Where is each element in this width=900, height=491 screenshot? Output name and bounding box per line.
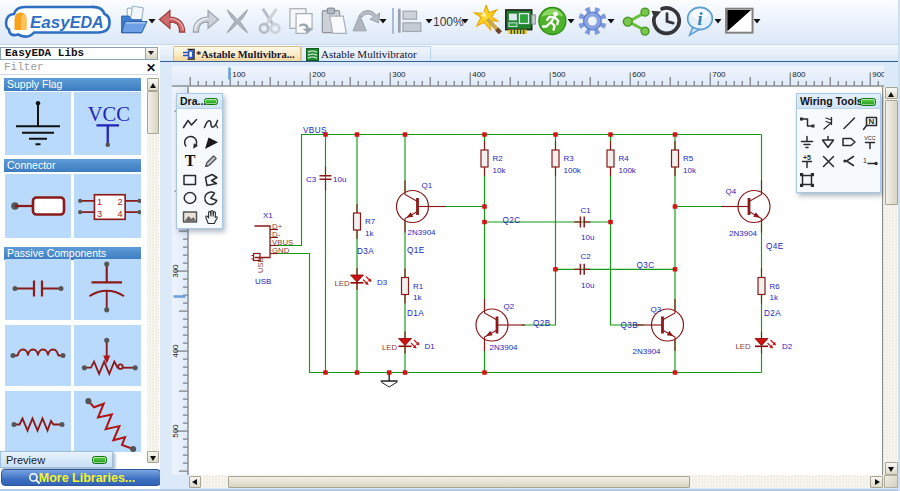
canvas-vscrollbar[interactable] [884,87,898,476]
delete-button[interactable] [221,5,253,37]
theme-dropdown-caret[interactable] [753,18,761,24]
scroll-left-button[interactable] [189,476,202,488]
resistor-R1[interactable]: R11k [401,268,423,303]
library-item-plug[interactable] [5,174,71,238]
canvas-hscrollbar[interactable] [189,475,884,488]
library-item-header4[interactable]: 13 24 [74,174,142,238]
tool-bus[interactable] [819,114,837,132]
info-button[interactable]: i [684,5,716,37]
undo-button[interactable] [157,5,189,37]
tool-polyline[interactable] [181,115,199,133]
transistor-Q3[interactable]: Q32N3904 [632,299,683,356]
net-label-D3A[interactable]: D3A [357,246,374,255]
rotate-button[interactable] [349,5,381,37]
scroll-thumb[interactable] [147,91,159,134]
library-item-vcc[interactable]: VCC [74,92,142,155]
tool-line[interactable] [840,114,858,132]
tool-net-label[interactable]: N [861,114,879,132]
cut-button[interactable] [253,5,285,37]
collapse-icon[interactable] [204,98,218,105]
library-item-inductor[interactable] [5,325,71,386]
collapse-icon[interactable] [860,98,876,106]
tool-bus-entry[interactable] [840,152,858,170]
capacitor-C2[interactable]: C210u [574,252,594,290]
vscroll-thumb[interactable] [885,100,898,206]
tool-rect[interactable] [181,171,199,189]
more-libraries-button[interactable]: More Libraries... [1,469,161,487]
zoom-dropdown-caret[interactable] [461,18,469,24]
tool-wire[interactable] [798,114,816,132]
tool-bezier[interactable] [202,115,220,133]
resistor-R2[interactable]: R210k [481,141,506,176]
scroll-up-button[interactable] [147,78,159,91]
library-item-potentiometer[interactable] [74,325,142,386]
tool-pencil[interactable] [202,152,220,170]
tab-schematic[interactable]: *Astable Multivibra... [173,46,301,62]
tab-pcb[interactable]: Astable Multivibrator [301,46,431,62]
pcb-button[interactable] [504,5,536,37]
history-button[interactable] [651,5,683,37]
redo-button[interactable] [189,5,221,37]
led-D2[interactable]: LEDD2 [735,331,792,353]
tool-ground[interactable] [798,133,816,151]
scroll-down-button[interactable] [147,451,159,464]
tool-group-symbol[interactable] [798,171,816,189]
scroll-right-button[interactable] [870,476,883,488]
share-button[interactable] [621,5,653,37]
tool-plus5-flag[interactable]: +5 [798,152,816,170]
transistor-Q1[interactable]: Q12N3904 [396,180,445,237]
library-filter-input[interactable]: Filter ✕ [0,62,158,75]
led-D3[interactable]: LEDD3 [334,268,387,290]
align-dropdown-caret[interactable] [425,18,433,24]
clear-filter-icon[interactable]: ✕ [146,61,156,75]
settings-gear-button[interactable] [577,5,609,37]
scroll-up-button[interactable] [885,87,898,100]
tool-arrow[interactable] [202,134,220,152]
info-dropdown-caret[interactable] [714,18,722,24]
hscroll-thumb[interactable] [228,476,690,488]
library-item-cap_h[interactable] [5,259,71,320]
run-simulation-dropdown-caret[interactable] [567,18,575,24]
resistor-R6[interactable]: R61k [758,268,780,303]
resistor-R3[interactable]: R3100k [552,141,582,176]
align-button[interactable] [395,5,427,37]
library-scrollbar[interactable] [147,78,159,463]
capacitor-C1[interactable]: C110u [574,206,594,242]
settings-gear-dropdown-caret[interactable] [607,18,615,24]
tool-no-connect[interactable] [819,152,837,170]
net-label-Q2B[interactable]: Q2B [533,319,551,328]
tool-text[interactable]: T [181,152,199,170]
tool-arc[interactable] [181,134,199,152]
library-item-resistor_h[interactable] [5,391,71,452]
tool-pin[interactable]: 1 [861,152,879,170]
zoom-level[interactable]: 100% [433,15,464,29]
tool-image[interactable] [181,208,199,226]
wiring-tools-title[interactable]: Wiring Tools [797,94,880,109]
net-label-D1A[interactable]: D1A [407,308,424,317]
tool-pie[interactable] [202,189,220,207]
open-file-dropdown-caret[interactable] [148,18,156,24]
led-D1[interactable]: LEDD1 [382,331,435,353]
tool-ellipse[interactable] [181,189,199,207]
rotate-dropdown-caret[interactable] [379,18,387,24]
net-label-Q1E[interactable]: Q1E [407,246,425,255]
connector-X1[interactable]: D+D-VBUSGNDUSBX1USB [251,210,293,285]
theme-button[interactable] [723,5,755,37]
preview-bar[interactable]: Preview [0,451,113,468]
transistor-Q4[interactable]: Q42N3904 [721,180,770,237]
run-simulation-button[interactable] [537,5,569,37]
tool-polygon[interactable] [202,171,220,189]
library-source-select[interactable]: EasyEDA Libs [0,47,158,60]
net-label-VBUS[interactable]: VBUS [303,126,327,135]
library-item-gnd[interactable] [5,92,71,155]
magic-wand-button[interactable] [472,5,504,37]
capacitor-C3[interactable]: C310u [306,166,346,190]
net-label-D2A[interactable]: D2A [764,309,781,318]
tool-net-port[interactable] [840,133,858,151]
library-item-cap_polar[interactable] [74,259,142,320]
resistor-R4[interactable]: R4100k [607,141,637,176]
collapse-icon[interactable] [92,456,107,464]
copy-button[interactable] [285,5,317,37]
resistor-R7[interactable]: R71k [353,204,375,239]
drawing-tools-title[interactable]: Dra... [177,94,222,109]
